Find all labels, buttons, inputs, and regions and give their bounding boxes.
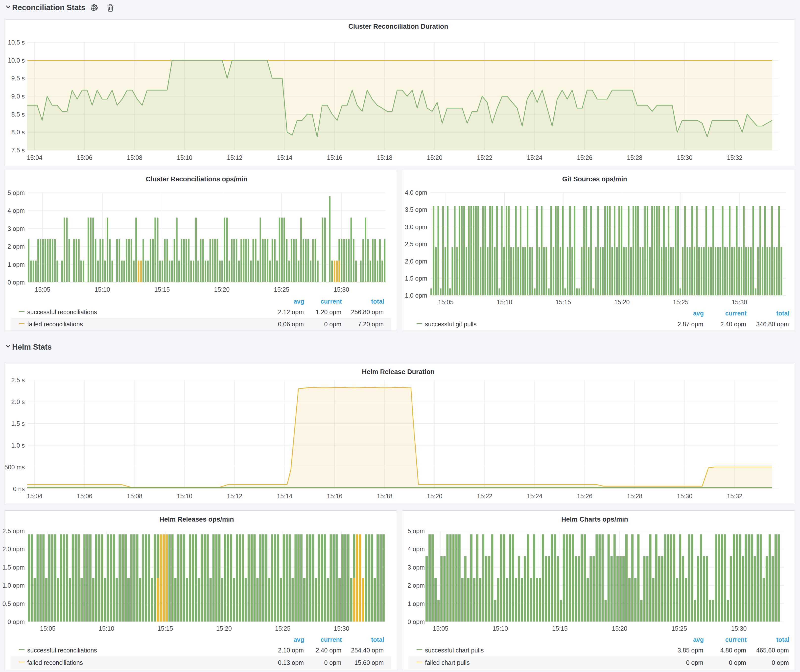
svg-text:Helm Releases ops/min: Helm Releases ops/min [159,516,234,523]
svg-text:current: current [725,636,747,643]
svg-text:avg: avg [693,310,704,317]
svg-text:failed chart pulls: failed chart pulls [425,659,470,666]
svg-text:9.5 s: 9.5 s [11,75,25,82]
svg-text:Git Sources ops/min: Git Sources ops/min [562,175,627,183]
svg-text:15:15: 15:15 [158,625,173,632]
svg-text:15:28: 15:28 [627,493,642,499]
svg-text:1.5 opm: 1.5 opm [2,564,25,571]
svg-text:5 opm: 5 opm [408,528,425,534]
svg-text:15:20: 15:20 [612,625,627,632]
svg-text:15:30: 15:30 [334,286,349,293]
svg-text:2.40 opm: 2.40 opm [720,321,746,328]
svg-text:15:22: 15:22 [477,493,493,499]
svg-text:7.5 s: 7.5 s [11,147,25,154]
svg-text:failed reconciliations: failed reconciliations [27,659,83,666]
svg-text:Reconciliation Stats: Reconciliation Stats [12,3,85,12]
svg-text:2.12 opm: 2.12 opm [278,309,304,315]
svg-text:8.5 s: 8.5 s [11,111,25,118]
svg-text:total: total [371,298,384,305]
svg-text:15:14: 15:14 [277,154,293,161]
svg-text:15:32: 15:32 [727,493,742,499]
svg-text:3.0 opm: 3.0 opm [405,223,427,230]
svg-text:15:18: 15:18 [377,493,393,499]
svg-text:15:32: 15:32 [727,154,742,161]
svg-text:500 ms: 500 ms [5,464,25,470]
svg-text:15:25: 15:25 [274,286,290,293]
svg-text:2.10 opm: 2.10 opm [278,647,304,654]
svg-text:2.5 opm: 2.5 opm [2,528,25,534]
svg-text:15:20: 15:20 [614,299,630,306]
svg-text:2.5 opm: 2.5 opm [405,240,427,247]
svg-text:1 opm: 1 opm [408,600,425,607]
svg-text:Cluster Reconciliation Duratio: Cluster Reconciliation Duration [348,23,448,30]
svg-text:15.60 opm: 15.60 opm [355,659,384,666]
svg-text:254.40 opm: 254.40 opm [351,647,384,654]
svg-text:15:10: 15:10 [177,493,192,499]
svg-text:successful chart pulls: successful chart pulls [425,647,484,654]
svg-text:0 opm: 0 opm [324,659,341,666]
svg-text:15:22: 15:22 [477,154,493,161]
svg-text:3.5 opm: 3.5 opm [405,206,427,213]
svg-text:0 opm: 0 opm [686,659,703,666]
svg-text:2.0 opm: 2.0 opm [405,258,427,265]
svg-text:4 opm: 4 opm [408,546,425,552]
svg-text:1.20 opm: 1.20 opm [316,309,341,315]
svg-text:15:05: 15:05 [433,625,448,632]
svg-text:15:06: 15:06 [77,154,93,161]
svg-text:0 opm: 0 opm [8,279,25,286]
svg-text:15:30: 15:30 [731,625,747,632]
svg-text:15:15: 15:15 [154,286,170,293]
svg-text:0 opm: 0 opm [324,321,341,328]
svg-text:0.13 opm: 0.13 opm [278,659,304,666]
svg-text:1.0 s: 1.0 s [11,442,25,449]
svg-text:15:30: 15:30 [732,299,747,306]
svg-text:0 opm: 0 opm [408,618,425,625]
svg-text:4.0 opm: 4.0 opm [405,189,427,196]
svg-text:15:28: 15:28 [627,154,642,161]
svg-text:2.0 opm: 2.0 opm [2,546,25,552]
svg-text:15:04: 15:04 [27,154,43,161]
svg-text:15:25: 15:25 [672,625,687,632]
svg-text:0 ns: 0 ns [13,485,25,492]
svg-text:15:06: 15:06 [77,493,93,499]
svg-text:10.0 s: 10.0 s [8,57,25,64]
svg-text:15:30: 15:30 [677,493,693,499]
svg-text:avg: avg [693,636,704,643]
svg-text:15:04: 15:04 [27,493,43,499]
svg-text:15:25: 15:25 [673,299,688,306]
svg-text:15:10: 15:10 [94,286,110,293]
svg-text:total: total [371,636,384,643]
svg-text:successful git pulls: successful git pulls [425,321,477,328]
svg-text:1.5 s: 1.5 s [11,420,25,427]
svg-text:15:25: 15:25 [275,625,291,632]
svg-text:current: current [321,298,342,305]
svg-text:failed reconciliations: failed reconciliations [27,321,83,328]
svg-text:15:10: 15:10 [493,625,508,632]
svg-text:avg: avg [294,298,304,305]
svg-text:current: current [725,310,747,317]
svg-text:15:12: 15:12 [227,493,242,499]
svg-text:15:26: 15:26 [577,154,592,161]
svg-text:Helm Stats: Helm Stats [12,343,52,351]
svg-text:2.87 opm: 2.87 opm [678,321,703,328]
svg-text:1.0 opm: 1.0 opm [2,582,25,589]
svg-text:15:20: 15:20 [427,154,443,161]
svg-text:9.0 s: 9.0 s [11,93,25,100]
svg-text:2.5 s: 2.5 s [11,377,25,384]
svg-text:5 opm: 5 opm [8,189,25,196]
svg-text:15:20: 15:20 [427,493,443,499]
svg-text:2.0 s: 2.0 s [11,398,25,405]
svg-text:0 opm: 0 opm [772,659,789,666]
svg-text:Helm Charts ops/min: Helm Charts ops/min [561,516,628,523]
svg-text:15:05: 15:05 [35,286,50,293]
svg-text:2 opm: 2 opm [408,582,425,589]
svg-text:15:30: 15:30 [334,625,349,632]
svg-text:15:05: 15:05 [40,625,56,632]
svg-text:15:16: 15:16 [327,154,342,161]
svg-text:15:10: 15:10 [99,625,114,632]
svg-text:15:08: 15:08 [127,154,142,161]
svg-text:3 opm: 3 opm [8,225,25,232]
svg-text:15:30: 15:30 [677,154,693,161]
svg-text:15:15: 15:15 [552,625,568,632]
svg-text:2 opm: 2 opm [8,243,25,250]
